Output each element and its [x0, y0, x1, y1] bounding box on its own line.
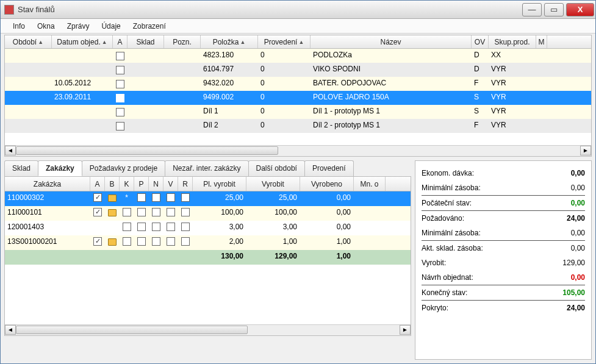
col-datum[interactable]: Datum objed.▲ — [52, 35, 113, 48]
checkbox-icon[interactable] — [116, 108, 124, 116]
menu-zobrazeni[interactable]: Zobrazení — [127, 20, 172, 33]
upper-header-row: Období▲ Datum objed.▲ A Sklad Pozn. Polo… — [5, 35, 591, 49]
col-polozka[interactable]: Položka▲ — [201, 35, 258, 48]
info-label: Pokryto: — [422, 304, 448, 312]
col-pozn[interactable]: Pozn. — [164, 35, 201, 48]
info-label: Počáteční stav: — [422, 199, 472, 207]
scroll-right-icon[interactable]: ► — [400, 325, 411, 335]
col-zakazka[interactable]: Zakázka — [5, 177, 90, 191]
checkbox-icon[interactable] — [167, 237, 175, 246]
checkbox-icon[interactable] — [93, 237, 102, 246]
checkbox-icon[interactable] — [116, 122, 124, 130]
col-p[interactable]: P — [134, 177, 149, 191]
checkbox-icon[interactable] — [116, 66, 124, 74]
table-row[interactable]: 4823.1800PODLOZKaDXX — [5, 49, 591, 63]
checkbox-icon[interactable] — [167, 208, 175, 216]
info-label: Akt. sklad. zásoba: — [422, 244, 483, 252]
lower-hscrollbar[interactable]: ◄ ► — [5, 324, 411, 335]
table-row[interactable]: 6104.7970VIKO SPODNIDVYR — [5, 63, 591, 77]
col-pl-vyrobit[interactable]: Pl. vyrobit — [193, 177, 246, 191]
checkbox-icon[interactable] — [123, 237, 131, 246]
checkbox-icon[interactable] — [137, 208, 146, 216]
col-nazev[interactable]: Název — [311, 35, 472, 48]
lower-area: SkladZakázkyPožadavky z prodejeNezař. in… — [4, 160, 592, 360]
menubar: Info Okna Zprávy Údaje Zobrazení — [1, 19, 595, 34]
scroll-thumb[interactable] — [16, 146, 278, 155]
menu-okna[interactable]: Okna — [31, 20, 61, 33]
upper-hscrollbar[interactable]: ◄ ► — [5, 145, 591, 156]
col-n[interactable]: N — [149, 177, 163, 191]
checkbox-icon[interactable] — [137, 193, 146, 202]
tab-proveden-[interactable]: Provedení — [304, 160, 354, 176]
checkbox-icon[interactable] — [181, 193, 190, 202]
tab-sklad[interactable]: Sklad — [4, 160, 38, 176]
folder-icon[interactable] — [108, 238, 117, 246]
checkbox-icon[interactable] — [152, 208, 160, 216]
scroll-left-icon[interactable]: ◄ — [5, 325, 16, 335]
checkbox-icon[interactable] — [137, 237, 146, 246]
col-provedeni[interactable]: Provedení▲ — [258, 35, 311, 48]
scroll-thumb[interactable] — [16, 326, 248, 334]
checkbox-icon[interactable] — [167, 193, 175, 202]
col-a[interactable]: A — [90, 177, 105, 191]
info-row: Ekonom. dávka:0,00 — [422, 166, 585, 180]
table-row[interactable]: 110000302*25,0025,000,00 — [5, 191, 411, 206]
minimize-button[interactable]: — — [522, 3, 542, 16]
table-row[interactable]: 13S0010002012,001,001,00 — [5, 235, 411, 250]
total-row: 130,00129,001,00 — [5, 250, 411, 265]
checkbox-icon[interactable] — [181, 208, 190, 216]
menu-zpravy[interactable]: Zprávy — [61, 20, 96, 33]
table-row[interactable]: 1200014033,003,000,00 — [5, 221, 411, 235]
checkbox-icon[interactable] — [116, 94, 124, 102]
tab-neza-inter-zak-zky[interactable]: Nezař. inter. zakázky — [165, 160, 248, 176]
checkbox-icon[interactable] — [123, 223, 131, 231]
col-sklad[interactable]: Sklad — [127, 35, 164, 48]
table-row[interactable]: Díl 10Díl 1 - prototyp MS 1SVYR — [5, 105, 591, 119]
checkbox-icon[interactable] — [93, 208, 102, 216]
maximize-button[interactable]: ▭ — [544, 3, 564, 16]
col-vyrobit[interactable]: Vyrobit — [246, 177, 300, 191]
tab-dal-obdob-[interactable]: Další období — [248, 160, 305, 176]
col-k[interactable]: K — [120, 177, 134, 191]
checkbox-icon[interactable] — [167, 223, 175, 231]
checkbox-icon[interactable] — [123, 208, 131, 216]
folder-icon[interactable] — [108, 194, 117, 202]
col-skup[interactable]: Skup.prod. — [489, 35, 536, 48]
info-value: 0,00 — [571, 169, 585, 177]
checkbox-icon[interactable] — [152, 193, 160, 202]
table-row[interactable]: 10.05.20129432.0200BATER. ODPOJOVACFVYR — [5, 77, 591, 91]
checkbox-icon[interactable] — [116, 80, 124, 88]
info-row: Počáteční stav:0,00 — [422, 196, 585, 211]
tab-po-adavky-z-prodeje[interactable]: Požadavky z prodeje — [82, 160, 165, 176]
menu-udaje[interactable]: Údaje — [95, 20, 126, 33]
col-a[interactable]: A — [113, 35, 127, 48]
checkbox-icon[interactable] — [116, 52, 124, 60]
checkbox-icon[interactable] — [152, 223, 160, 231]
col-r[interactable]: R — [178, 177, 193, 191]
col-mno[interactable]: Mn. o — [354, 177, 386, 191]
col-m[interactable]: M — [536, 35, 547, 48]
col-v[interactable]: V — [163, 177, 178, 191]
menu-info[interactable]: Info — [7, 20, 31, 33]
window-title: Stav finálů — [18, 5, 55, 14]
folder-icon[interactable] — [108, 209, 117, 216]
checkbox-icon[interactable] — [93, 193, 102, 202]
tab-zak-zky[interactable]: Zakázky — [38, 160, 82, 176]
checkbox-icon[interactable] — [181, 223, 190, 231]
col-obdobi[interactable]: Období▲ — [5, 35, 52, 48]
scroll-left-icon[interactable]: ◄ — [5, 146, 16, 155]
checkbox-icon[interactable] — [152, 237, 160, 246]
col-vyrobeno[interactable]: Vyrobeno — [300, 177, 354, 191]
col-b[interactable]: B — [105, 177, 120, 191]
scroll-right-icon[interactable]: ► — [580, 146, 591, 155]
checkbox-icon[interactable] — [137, 223, 146, 231]
scroll-track[interactable] — [16, 325, 400, 335]
close-button[interactable]: X — [566, 3, 594, 16]
table-row[interactable]: Díl 20Díl 2 - prototyp MS 1FVYR — [5, 119, 591, 133]
col-ov[interactable]: OV — [472, 35, 489, 48]
table-row[interactable]: 23.09.20119499.0020POLOVE JADRO 150ASVYR — [5, 91, 591, 105]
info-value: 24,00 — [567, 214, 585, 223]
checkbox-icon[interactable] — [181, 237, 190, 246]
table-row[interactable]: 11I000101100,00100,000,00 — [5, 206, 411, 221]
scroll-track[interactable] — [16, 146, 580, 156]
